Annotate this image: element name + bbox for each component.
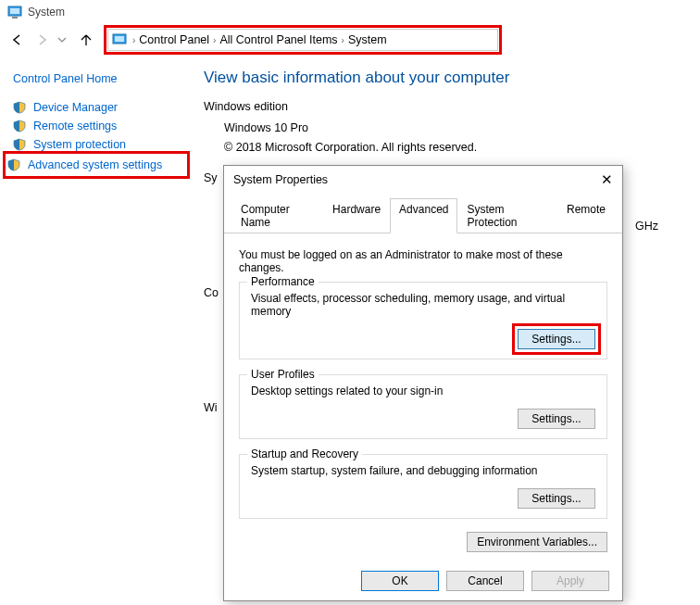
user-profiles-desc: Desktop settings related to your sign-in	[251, 384, 595, 397]
copyright-text: © 2018 Microsoft Corporation. All rights…	[224, 138, 681, 158]
page-heading: View basic information about your comput…	[204, 69, 681, 87]
breadcrumb[interactable]: Control Panel	[139, 33, 209, 46]
sidebar-item-label: Device Manager	[33, 101, 118, 114]
user-profiles-settings-button[interactable]: Settings...	[518, 409, 595, 429]
performance-desc: Visual effects, processor scheduling, me…	[251, 292, 595, 318]
sidebar-item-label: System protection	[33, 138, 126, 151]
recent-dropdown[interactable]	[52, 30, 72, 50]
svg-rect-4	[115, 36, 124, 42]
close-button[interactable]: ✕	[601, 171, 613, 188]
breadcrumb[interactable]: All Control Panel Items	[219, 33, 337, 46]
sidebar-item-device-manager[interactable]: Device Manager	[13, 98, 185, 117]
cancel-button[interactable]: Cancel	[446, 571, 524, 591]
user-profiles-legend: User Profiles	[247, 368, 319, 381]
system-properties-dialog: System Properties ✕ Computer Name Hardwa…	[223, 165, 623, 601]
control-panel-home-link[interactable]: Control Panel Home	[13, 72, 185, 85]
dialog-titlebar: System Properties ✕	[224, 166, 622, 194]
dialog-title-text: System Properties	[233, 173, 328, 186]
windows-edition-header: Windows edition	[204, 100, 681, 113]
startup-recovery-settings-button[interactable]: Settings...	[518, 488, 595, 509]
dialog-tabs: Computer Name Hardware Advanced System P…	[224, 197, 622, 233]
sidebar-item-remote-settings[interactable]: Remote settings	[13, 117, 185, 135]
tab-computer-name[interactable]: Computer Name	[231, 198, 323, 233]
chevron-right-icon: ›	[132, 35, 135, 45]
performance-legend: Performance	[247, 275, 319, 288]
environment-variables-button[interactable]: Environment Variables...	[467, 532, 607, 552]
sidebar-item-system-protection[interactable]: System protection	[13, 135, 185, 154]
breadcrumb[interactable]: System	[348, 33, 387, 46]
performance-group: Performance Visual effects, processor sc…	[239, 282, 607, 359]
shield-icon	[7, 158, 20, 171]
tab-advanced[interactable]: Advanced	[390, 198, 457, 233]
system-icon	[7, 5, 22, 19]
startup-recovery-desc: System startup, system failure, and debu…	[251, 464, 595, 477]
performance-settings-button[interactable]: Settings...	[518, 329, 595, 349]
shield-icon	[13, 101, 26, 114]
sidebar-item-label: Advanced system settings	[28, 158, 162, 171]
address-bar[interactable]: › Control Panel › All Control Panel Item…	[107, 29, 498, 51]
shield-icon	[13, 120, 26, 132]
window-titlebar: System	[0, 0, 700, 24]
chevron-right-icon: ›	[342, 35, 344, 45]
edition-name: Windows 10 Pro	[224, 119, 681, 138]
system-icon	[112, 32, 127, 47]
window-title: System	[28, 6, 65, 19]
apply-button[interactable]: Apply	[531, 571, 609, 591]
ok-button[interactable]: OK	[361, 571, 439, 591]
tab-system-protection[interactable]: System Protection	[457, 198, 556, 233]
forward-button[interactable]	[31, 32, 52, 47]
chevron-right-icon: ›	[213, 35, 216, 45]
svg-rect-1	[10, 8, 19, 14]
sidebar: Control Panel Home Device Manager Remote…	[0, 65, 185, 414]
tab-remote[interactable]: Remote	[557, 198, 615, 233]
up-button[interactable]	[76, 30, 96, 50]
back-button[interactable]	[7, 30, 28, 50]
dialog-footer: OK Cancel Apply	[224, 561, 622, 600]
tab-hardware[interactable]: Hardware	[323, 198, 390, 233]
sidebar-item-advanced-system-settings[interactable]: Advanced system settings	[7, 156, 185, 174]
user-profiles-group: User Profiles Desktop settings related t…	[239, 374, 607, 439]
sidebar-item-label: Remote settings	[33, 120, 117, 132]
ghz-fragment: GHz	[635, 220, 658, 233]
admin-note: You must be logged on as an Administrato…	[239, 248, 607, 274]
startup-recovery-legend: Startup and Recovery	[247, 447, 362, 460]
nav-row: › Control Panel › All Control Panel Item…	[0, 24, 700, 56]
startup-recovery-group: Startup and Recovery System startup, sys…	[239, 454, 607, 519]
svg-rect-2	[12, 17, 18, 19]
shield-icon	[13, 138, 26, 151]
